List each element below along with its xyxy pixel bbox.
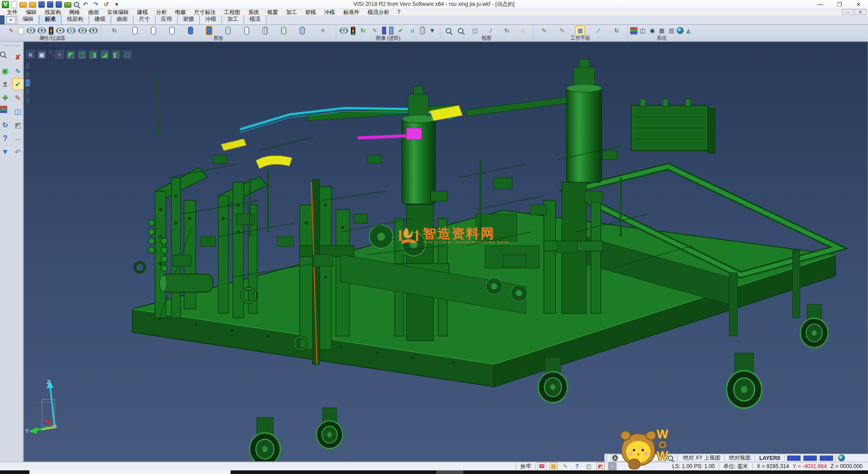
menu-dimension[interactable]: 尺寸标注: [190, 9, 220, 15]
save-as-icon[interactable]: [47, 1, 53, 8]
recycle-bin-icon[interactable]: ▼: [0, 147, 11, 157]
layer-tools-icon[interactable]: ✳: [318, 26, 327, 35]
workplane-reset-icon[interactable]: ↻: [612, 26, 621, 35]
layer-current-icon[interactable]: [207, 27, 212, 34]
toolbar-grip[interactable]: [677, 455, 679, 461]
section-line-icon[interactable]: ∕: [486, 26, 495, 35]
new-file-icon[interactable]: [11, 1, 17, 8]
active-layer-button[interactable]: LAYER0: [757, 455, 782, 461]
tab-edit[interactable]: 编辑: [17, 14, 39, 24]
tab-dimension[interactable]: 尺寸: [133, 14, 156, 24]
layer-recycle-icon[interactable]: [281, 27, 286, 34]
confirm-check-icon[interactable]: ✔: [13, 79, 24, 90]
undo-last-icon[interactable]: ↶: [13, 147, 24, 157]
zoom-sketch-icon[interactable]: [446, 28, 451, 33]
layer-light-icon[interactable]: [226, 27, 231, 34]
tab-die[interactable]: 冲模: [199, 14, 222, 24]
app-logo-icon[interactable]: V: [2, 1, 9, 8]
toggle-pencil-icon[interactable]: ✎: [370, 26, 379, 35]
zoom-window-icon[interactable]: [48, 49, 53, 55]
save-all-icon[interactable]: [56, 1, 62, 8]
toolbar-grip[interactable]: [606, 455, 609, 461]
show-all-icon[interactable]: +: [78, 28, 87, 33]
clip-u-icon[interactable]: ∪: [408, 26, 417, 35]
absolute-view-button[interactable]: 绝对视图: [727, 454, 752, 462]
menu-machining[interactable]: 加工: [282, 9, 301, 15]
view-mode-button[interactable]: 绝对 XY 上视图: [681, 454, 722, 462]
pixel-grid-icon[interactable]: [630, 27, 637, 34]
preview-zoom-icon[interactable]: [0, 52, 5, 57]
layer-empty-1-icon[interactable]: [132, 27, 137, 34]
layer-slot-2-icon[interactable]: [25, 71, 30, 78]
close-button[interactable]: ✕: [849, 0, 868, 9]
check-visible-icon[interactable]: ✔: [396, 26, 405, 35]
mdi-close-button[interactable]: ✕: [854, 9, 866, 15]
back-view-icon[interactable]: □: [122, 49, 132, 60]
open-model-icon[interactable]: [29, 2, 36, 8]
save-icon[interactable]: [38, 1, 45, 8]
tab-surface[interactable]: 曲面: [111, 14, 133, 24]
menu-flow-analysis[interactable]: 模流分析: [363, 9, 393, 15]
bar-light-icon[interactable]: [389, 27, 393, 34]
refresh-layers-icon[interactable]: ↻: [110, 26, 119, 35]
layer-filled-icon[interactable]: [188, 27, 193, 34]
rotate-view-icon[interactable]: ↻: [502, 26, 511, 35]
view-menu-icon[interactable]: ≡: [25, 49, 36, 60]
open-file-icon[interactable]: [19, 2, 27, 8]
layer-empty-2-icon[interactable]: [151, 27, 156, 34]
assistant-avatar[interactable]: A: [612, 455, 618, 461]
menu-edit[interactable]: 编辑: [22, 9, 41, 15]
attribute-copy-icon[interactable]: [18, 27, 24, 34]
left-view-icon[interactable]: ◧: [111, 49, 121, 60]
layer-clip-slot-icon[interactable]: [25, 96, 30, 104]
layers-palette-icon[interactable]: [0, 106, 7, 113]
iso-view-icon[interactable]: ◩: [66, 49, 76, 60]
workplane-edit-icon[interactable]: ✎: [557, 26, 566, 35]
mdi-minimize-button[interactable]: —: [842, 9, 854, 15]
attribute-paint-icon[interactable]: ✎: [7, 26, 16, 35]
cad-model[interactable]: [24, 42, 868, 462]
monitor-icon[interactable]: ◫: [638, 26, 647, 35]
preview-icon[interactable]: [74, 2, 79, 7]
menu-electrode[interactable]: 电极: [171, 9, 190, 15]
preview-dark-icon[interactable]: ◉: [648, 26, 657, 35]
taskbar-segment[interactable]: [436, 470, 463, 474]
color-swatch-1[interactable]: [787, 455, 801, 461]
macro-icon[interactable]: ↺: [102, 0, 110, 9]
customize-quickaccess-icon[interactable]: ▾: [113, 0, 121, 9]
regen-view-icon[interactable]: ↻: [0, 119, 11, 130]
tab-apply[interactable]: 应用: [155, 14, 178, 24]
workplane-draw-icon[interactable]: ✎: [539, 26, 548, 35]
menu-standard-parts[interactable]: 标准件: [339, 9, 363, 15]
menu-mesh[interactable]: 网格: [65, 9, 84, 15]
question-icon[interactable]: ?: [573, 463, 581, 470]
phone-lock-icon[interactable]: ☎: [538, 463, 546, 470]
tab-standard[interactable]: 标准: [39, 14, 61, 24]
color-swatch-2[interactable]: [803, 455, 817, 461]
menu-mould[interactable]: 塑模: [301, 9, 320, 15]
tab-flow[interactable]: 模流: [244, 14, 266, 24]
swap-visibility-icon[interactable]: ↻: [56, 28, 65, 33]
menu-modeling[interactable]: 建模: [133, 9, 152, 15]
filter-funnel-icon[interactable]: ▼: [428, 26, 437, 35]
help-icon[interactable]: ?: [0, 133, 11, 144]
print-icon[interactable]: [64, 2, 71, 8]
hide-entities-icon[interactable]: −: [38, 28, 46, 33]
show-hide-toggle-icon[interactable]: ±: [67, 28, 75, 33]
toolbar-grip[interactable]: [3, 45, 20, 49]
shaded-view-icon[interactable]: ☺: [518, 26, 527, 35]
hide-all-icon[interactable]: −: [89, 28, 98, 33]
tab-machining[interactable]: 加工: [222, 14, 244, 24]
minimize-button[interactable]: —: [811, 0, 830, 9]
menu-help[interactable]: ?: [393, 9, 405, 15]
world-status-icon[interactable]: [838, 455, 845, 461]
export-package-icon[interactable]: ◰: [585, 463, 593, 470]
top-view-icon[interactable]: ◫: [77, 49, 87, 60]
taskbar-app-segment[interactable]: [29, 470, 231, 474]
world-icon[interactable]: [677, 27, 684, 34]
shading-cube-icon[interactable]: ◩: [13, 119, 24, 130]
workplane-grid-icon[interactable]: ▦: [576, 26, 585, 35]
fit-window-icon[interactable]: ▣: [0, 65, 11, 76]
workplane-axis-icon[interactable]: ∕: [594, 26, 603, 35]
measure-distance-icon[interactable]: ↔: [13, 133, 24, 144]
